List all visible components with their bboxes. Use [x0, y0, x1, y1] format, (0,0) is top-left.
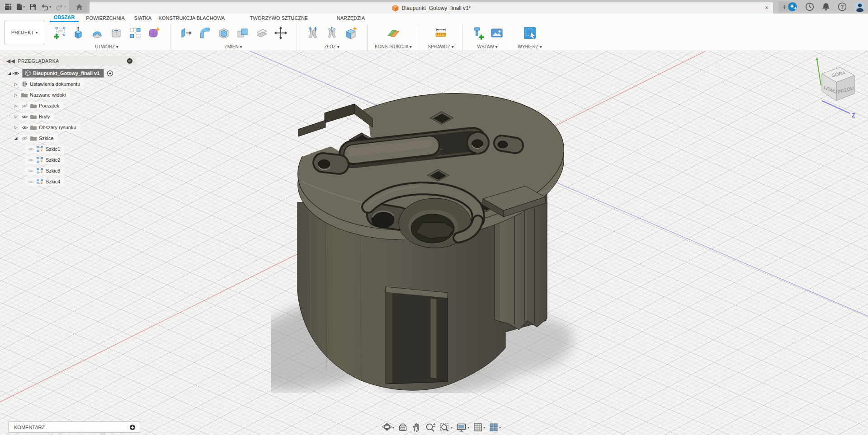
viewports-icon[interactable]: ▾ [488, 422, 502, 433]
expand-icon[interactable]: ▷ [13, 103, 19, 108]
press-pull-icon[interactable] [176, 23, 195, 43]
expand-collapse-icon[interactable]: ◢ [6, 71, 13, 75]
viewport-3d[interactable]: GÓRA LEWO PRZÓD Z ◀◀ PRZEGLĄDARKA ◢ Blau… [0, 51, 868, 435]
expand-icon[interactable]: ▷ [13, 114, 19, 119]
select-icon[interactable] [520, 23, 539, 43]
close-tab-icon[interactable]: × [765, 4, 769, 11]
browser-row-sketches[interactable]: ◢ Szkice [13, 134, 57, 143]
history-clock-icon[interactable] [805, 2, 814, 11]
undo-caret-icon[interactable]: ▾ [49, 5, 51, 9]
visibility-eye-dim-icon[interactable] [28, 147, 34, 152]
fit-icon[interactable]: ▾ [439, 422, 453, 433]
pattern-icon[interactable] [126, 23, 145, 43]
visibility-eye-icon[interactable] [21, 114, 28, 119]
new-file-caret-icon[interactable]: ▾ [23, 5, 25, 9]
construction-plane-icon[interactable] [384, 23, 403, 43]
save-icon[interactable] [28, 1, 37, 12]
expand-icon[interactable]: ▷ [13, 93, 19, 97]
visibility-eye-dim-icon[interactable] [28, 179, 34, 184]
model-3d[interactable] [271, 86, 588, 393]
group-label-wybierz[interactable]: WYBIERZ ▾ [515, 44, 544, 49]
offset-face-icon[interactable] [252, 23, 271, 43]
tab-obszar[interactable]: OBSZAR [50, 14, 79, 22]
orbit-icon[interactable]: ▾ [381, 422, 395, 433]
browser-row-root[interactable]: ◢ Blaupunkt_Gotowy_finall v1 [6, 69, 113, 78]
revolve-icon[interactable] [88, 23, 107, 43]
extensions-icon[interactable] [788, 2, 797, 12]
combine-icon[interactable] [233, 23, 252, 43]
tab-siatka[interactable]: SIATKA [131, 14, 155, 22]
user-avatar[interactable] [854, 1, 865, 12]
display-settings-icon[interactable]: ▾ [455, 422, 470, 433]
minimize-browser-icon[interactable] [127, 58, 133, 64]
comment-bar[interactable]: KOMENTARZ [8, 421, 140, 433]
tab-konstrukcja-blachowa[interactable]: KONSTRUKCJA BLACHOWA [162, 14, 222, 22]
shell-icon[interactable] [214, 23, 233, 43]
new-component-icon[interactable] [341, 23, 360, 43]
browser-header[interactable]: ◀◀ PRZEGLĄDARKA [3, 56, 137, 65]
caret-icon[interactable]: ▾ [451, 426, 453, 430]
group-label-konstrukcja[interactable]: KONSTRUKCJA ▾ [371, 44, 416, 49]
viewcube[interactable]: GÓRA LEWO PRZÓD Z [804, 56, 867, 119]
tab-tworzywo-sztuczne[interactable]: TWORZYWO SZTUCZNE [251, 14, 307, 22]
browser-row-bodies[interactable]: ▷ Bryły [13, 112, 54, 121]
insert-canvas-icon[interactable] [487, 23, 506, 43]
caret-icon[interactable]: ▾ [392, 426, 394, 430]
visibility-eye-icon[interactable] [21, 125, 28, 130]
move-copy-icon[interactable] [271, 23, 290, 43]
browser-row-szkic4[interactable]: Szkic4 [25, 177, 64, 186]
create-form-icon[interactable] [145, 23, 164, 43]
measure-icon[interactable] [431, 23, 450, 43]
expand-icon[interactable]: ▷ [13, 82, 19, 86]
root-component-chip[interactable]: Blaupunkt_Gotowy_finall v1 [22, 69, 104, 78]
visibility-eye-off-icon[interactable] [21, 103, 28, 108]
add-comment-icon[interactable] [129, 424, 136, 430]
tab-powierzchnia[interactable]: POWIERZCHNIA [87, 14, 124, 22]
activate-component-icon[interactable] [107, 70, 113, 77]
visibility-eye-off-icon[interactable] [21, 136, 28, 141]
group-label-sprawdz[interactable]: SPRAWDŹ ▾ [421, 44, 460, 49]
group-label-zmien[interactable]: ZMIEŃ ▾ [174, 44, 293, 49]
tab-narzedzia[interactable]: NARZĘDZIA [335, 14, 367, 22]
project-menu-button[interactable]: PROJEKT▾ [5, 20, 44, 45]
fillet-icon[interactable] [195, 23, 214, 43]
browser-row-origin[interactable]: ▷ Początek [13, 101, 63, 110]
help-icon[interactable]: ? [838, 2, 847, 11]
visibility-eye-dim-icon[interactable] [28, 158, 34, 163]
caret-icon[interactable]: ▾ [467, 426, 469, 430]
undo-icon[interactable]: ▾ [40, 1, 52, 12]
browser-row-drawing-areas[interactable]: ▷ Obszary rysunku [13, 123, 80, 132]
grid-settings-icon[interactable]: ▾ [472, 422, 486, 433]
redo-caret-icon[interactable]: ▾ [64, 5, 66, 9]
zoom-icon[interactable] [424, 422, 437, 433]
caret-icon[interactable]: ▾ [483, 426, 485, 430]
collapse-panel-icon[interactable]: ◀◀ [6, 58, 15, 64]
insert-fastener-icon[interactable] [468, 23, 487, 43]
redo-icon[interactable]: ▾ [55, 1, 67, 12]
file-home-tab[interactable] [69, 0, 90, 14]
group-label-wstaw[interactable]: WSTAW ▾ [466, 44, 509, 49]
browser-row-szkic2[interactable]: Szkic2 [25, 155, 64, 164]
group-label-utworz[interactable]: UTWÓRZ ▾ [47, 44, 166, 49]
app-grid-icon[interactable] [4, 1, 13, 12]
browser-row-doc-settings[interactable]: ▷ Ustawienia dokumentu [13, 80, 84, 89]
notifications-bell-icon[interactable] [822, 2, 830, 11]
create-sketch-icon[interactable] [50, 23, 69, 43]
pan-icon[interactable] [410, 422, 422, 433]
visibility-eye-dim-icon[interactable] [28, 168, 34, 173]
joint-icon[interactable] [303, 23, 322, 43]
expand-icon[interactable]: ▷ [13, 125, 19, 130]
caret-icon[interactable]: ▾ [499, 426, 501, 430]
browser-row-szkic3[interactable]: Szkic3 [25, 166, 64, 175]
visibility-eye-icon[interactable] [13, 71, 19, 76]
look-at-icon[interactable] [397, 422, 409, 433]
document-tab[interactable]: Blaupunkt_Gotowy_finall v1* × [90, 2, 773, 14]
collapse-icon[interactable]: ◢ [13, 136, 19, 140]
new-file-icon[interactable]: ▾ [15, 1, 26, 12]
extrude-icon[interactable] [69, 23, 88, 43]
group-label-zloz[interactable]: ZŁÓŻ ▾ [300, 44, 363, 49]
hole-icon[interactable] [107, 23, 126, 43]
browser-row-named-views[interactable]: ▷ Nazwane widoki [13, 90, 70, 99]
as-built-joint-icon[interactable] [322, 23, 341, 43]
browser-row-szkic1[interactable]: Szkic1 [25, 145, 64, 154]
